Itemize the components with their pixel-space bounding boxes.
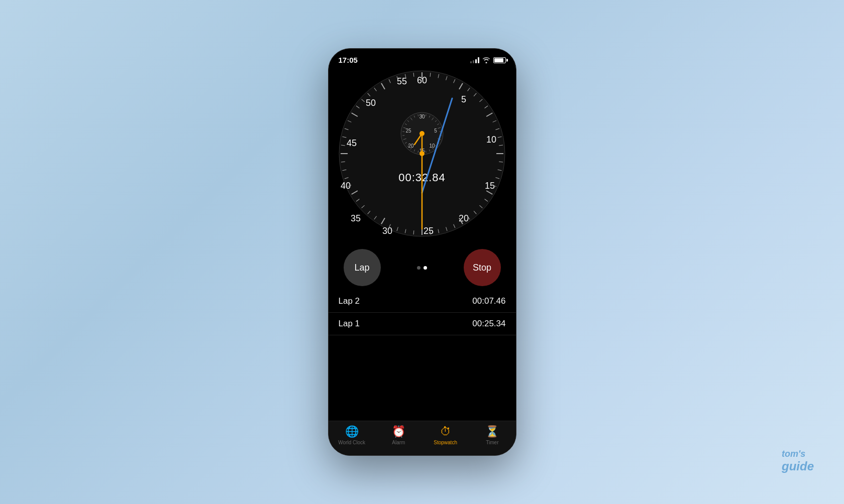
lap-button[interactable]: Lap [344, 249, 381, 286]
page-indicator [417, 266, 427, 270]
alarm-icon: ⏰ [392, 425, 405, 438]
world-clock-icon: 🌐 [345, 425, 359, 438]
stop-button[interactable]: Stop [464, 249, 501, 286]
svg-text:55: 55 [397, 76, 407, 86]
svg-text:25: 25 [405, 128, 411, 134]
stopwatch-face-area: // We'll draw these in the inline SVG vi… [329, 68, 516, 244]
svg-text:30: 30 [419, 114, 425, 119]
lap-row-2: Lap 2 00:07.46 [329, 290, 516, 313]
tab-bar: 🌐 World Clock ⏰ Alarm ⏱ Stopwatch ⏳ Time… [329, 421, 516, 455]
lap-1-time: 00:25.34 [472, 319, 505, 329]
lap-1-label: Lap 1 [339, 319, 360, 329]
svg-text:20: 20 [408, 143, 414, 149]
svg-text:40: 40 [341, 181, 351, 191]
timer-icon: ⏳ [485, 425, 499, 438]
svg-text:5: 5 [461, 94, 466, 104]
alarm-label: Alarm [392, 440, 405, 445]
svg-point-111 [419, 131, 425, 136]
stopwatch-container: // We'll draw these in the inline SVG vi… [337, 68, 507, 239]
watermark-line1: tom's [782, 449, 814, 460]
svg-text:25: 25 [424, 226, 434, 236]
svg-text:10: 10 [486, 135, 496, 145]
lap-list: Lap 2 00:07.46 Lap 1 00:25.34 [329, 290, 516, 421]
timer-label: Timer [486, 440, 498, 445]
status-bar: 17:05 [329, 49, 516, 68]
svg-point-115 [419, 151, 425, 156]
status-icons [470, 57, 506, 63]
stopwatch-icon: ⏱ [440, 425, 451, 438]
tab-alarm[interactable]: ⏰ Alarm [383, 425, 413, 445]
tab-stopwatch[interactable]: ⏱ Stopwatch [431, 425, 461, 445]
lap-2-label: Lap 2 [339, 296, 360, 306]
tab-world-clock[interactable]: 🌐 World Clock [337, 425, 367, 445]
svg-text:50: 50 [366, 98, 376, 108]
page-dot-2 [424, 266, 427, 270]
page-dot-1 [417, 266, 420, 270]
world-clock-label: World Clock [338, 440, 365, 445]
svg-text:15: 15 [485, 181, 495, 191]
signal-icon [470, 57, 479, 63]
battery-icon [493, 57, 506, 63]
lap-2-time: 00:07.46 [472, 296, 505, 306]
lap-row-1: Lap 1 00:25.34 [329, 313, 516, 335]
toms-guide-watermark: tom's guide [782, 449, 814, 474]
svg-text:45: 45 [347, 138, 357, 148]
svg-text:35: 35 [351, 213, 361, 223]
stopwatch-label: Stopwatch [434, 440, 457, 445]
svg-text:5: 5 [434, 128, 437, 134]
watermark-line2: guide [782, 459, 814, 474]
phone-frame: 17:05 [328, 48, 516, 456]
tab-timer[interactable]: ⏳ Timer [477, 425, 507, 445]
wifi-icon [482, 57, 490, 63]
buttons-row: Lap Stop [329, 249, 516, 286]
status-time: 17:05 [339, 56, 358, 64]
svg-text:30: 30 [382, 226, 392, 236]
svg-text:10: 10 [429, 143, 435, 149]
svg-text:20: 20 [459, 213, 469, 223]
stopwatch-svg: // We'll draw these in the inline SVG vi… [337, 68, 507, 239]
